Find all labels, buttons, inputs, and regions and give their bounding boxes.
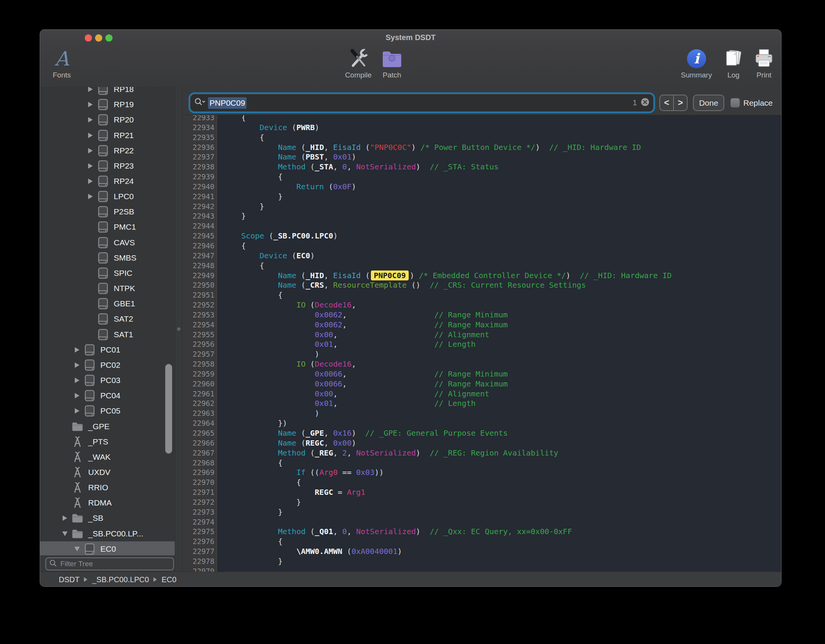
pane-splitter[interactable] (175, 87, 182, 572)
sidebar-item-SMBS[interactable]: SMBS (40, 250, 175, 266)
device-icon (97, 267, 109, 279)
code-line: 22967 Method (_REG, 2, NotSerialized) //… (182, 448, 781, 458)
sidebar-item-RP21[interactable]: RP21 (40, 127, 175, 143)
sidebar-item-LPC0[interactable]: LPC0 (40, 189, 175, 204)
find-query-text[interactable]: PNP0C09 (208, 97, 247, 109)
splitter-handle-dot[interactable] (177, 327, 180, 331)
filter-field[interactable] (45, 557, 174, 570)
sidebar-item-_PTS[interactable]: _PTS (40, 434, 175, 449)
sidebar-item-PC01[interactable]: PC01 (40, 342, 175, 357)
breadcrumb-item[interactable]: EC0 (161, 575, 176, 584)
toolbar-item-patch[interactable]: ⚙Patch (381, 47, 403, 79)
compile-icon[interactable] (345, 47, 372, 70)
sidebar-item-P2SB[interactable]: P2SB (40, 204, 175, 219)
clear-search-icon[interactable] (641, 98, 649, 108)
summary-icon[interactable]: i (681, 47, 712, 70)
find-previous-button[interactable]: < (660, 95, 674, 110)
breadcrumb-item[interactable]: DSDT (59, 575, 79, 584)
device-icon (97, 145, 109, 156)
sidebar-item-PMC1[interactable]: PMC1 (40, 219, 175, 235)
sidebar-item-PC03[interactable]: PC03 (40, 373, 175, 388)
filter-tree-input[interactable] (60, 559, 170, 568)
fonts-icon[interactable]: A (53, 47, 71, 70)
sidebar-item-RRIO[interactable]: RRIO (40, 480, 175, 495)
code-editor[interactable]: 22933 {22934 Device (PWRB)22935 {22936 N… (182, 115, 781, 572)
replace-checkbox[interactable] (730, 98, 740, 108)
code-line: 22933 { (182, 115, 781, 123)
code-line: 22979 (182, 567, 781, 572)
toolbar-item-log[interactable]: Log (723, 47, 744, 79)
sidebar-item-PC04[interactable]: PC04 (40, 388, 175, 403)
done-button[interactable]: Done (693, 95, 724, 111)
chevron-right-icon[interactable] (87, 194, 94, 199)
sidebar-item-PC05[interactable]: PC05 (40, 403, 175, 419)
sidebar-item-_GPE[interactable]: _GPE (40, 419, 175, 434)
sidebar-item-_WAK[interactable]: _WAK (40, 449, 175, 465)
toolbar-item-print[interactable]: Print (753, 47, 775, 79)
sidebar-item-label: UXDV (88, 468, 110, 477)
sidebar-item-RP20[interactable]: RP20 (40, 112, 175, 127)
line-number: 22948 (182, 261, 217, 271)
code-text: Name (_HID, EisaId ("PNP0C0C") /* Power … (217, 143, 641, 153)
line-number: 22956 (182, 340, 217, 349)
sidebar-item-RP23[interactable]: RP23 (40, 158, 175, 174)
chevron-right-icon[interactable] (74, 362, 81, 368)
code-text: Name (_HID, EisaId (PNP0C09) /* Embedded… (217, 271, 672, 281)
chevron-right-icon[interactable] (87, 148, 94, 153)
sidebar-item-RDMA[interactable]: RDMA (40, 495, 175, 510)
chevron-right-icon[interactable] (74, 347, 81, 353)
search-icon[interactable] (194, 97, 206, 109)
chevron-right-icon[interactable] (87, 117, 94, 122)
sidebar-item-PC02[interactable]: PC02 (40, 357, 175, 373)
device-icon (97, 329, 109, 340)
chevron-down-icon[interactable] (74, 547, 81, 551)
chevron-right-icon[interactable] (87, 102, 94, 107)
chevron-down-icon[interactable] (61, 531, 68, 536)
titlebar[interactable]: System DSDT (40, 30, 781, 47)
code-text: { (217, 537, 283, 547)
sidebar-item-RP19[interactable]: RP19 (40, 97, 175, 112)
sidebar-item-NTPK[interactable]: NTPK (40, 281, 175, 296)
sidebar-item-EC0[interactable]: EC0 (40, 541, 175, 555)
code-text (217, 221, 223, 231)
sidebar-item-SPIC[interactable]: SPIC (40, 266, 175, 281)
sidebar-item-label: _SB (88, 514, 103, 523)
replace-checkbox-label[interactable]: Replace (743, 98, 773, 108)
breadcrumb-item[interactable]: _SB.PC00.LPC0 (92, 575, 149, 584)
sidebar-item-CAVS[interactable]: CAVS (40, 235, 175, 250)
sidebar-item-SAT1[interactable]: SAT1 (40, 327, 175, 342)
sidebar-scrollbar[interactable] (165, 364, 172, 454)
sidebar-item-_SB[interactable]: _SB (40, 510, 175, 526)
chevron-right-icon[interactable] (74, 378, 81, 383)
code-line: 22954 0x0062, // Range Maximum (182, 320, 781, 330)
find-field[interactable]: PNP0C09 1 (190, 94, 654, 112)
sidebar-item-GBE1[interactable]: GBE1 (40, 296, 175, 311)
code-line: 22936 Name (_HID, EisaId ("PNP0C0C") /* … (182, 143, 781, 153)
sidebar-item-SAT2[interactable]: SAT2 (40, 311, 175, 327)
chevron-right-icon[interactable] (74, 408, 81, 414)
line-number: 22936 (182, 143, 217, 153)
sidebar-tree[interactable]: RP18RP19RP20RP21RP22RP23RP24LPC0P2SBPMC1… (40, 87, 175, 555)
line-number: 22960 (182, 379, 217, 389)
sidebar-item-_SBPC00LP[interactable]: _SB.PC00.LP... (40, 526, 175, 541)
sidebar-item-RP24[interactable]: RP24 (40, 174, 175, 189)
patch-icon[interactable]: ⚙ (381, 47, 403, 70)
toolbar-item-summary[interactable]: iSummary (681, 47, 712, 79)
chevron-right-icon[interactable] (87, 87, 94, 92)
sidebar-item-UXDV[interactable]: UXDV (40, 465, 175, 480)
code-line: 22934 Device (PWRB) (182, 123, 781, 133)
code-line: 22968 { (182, 458, 781, 468)
chevron-right-icon[interactable] (87, 179, 94, 184)
sidebar-item-label: PMC1 (114, 222, 136, 232)
toolbar-item-fonts[interactable]: AFonts (53, 47, 71, 79)
print-icon[interactable] (753, 47, 775, 70)
sidebar-item-RP18[interactable]: RP18 (40, 87, 175, 97)
sidebar-item-RP22[interactable]: RP22 (40, 143, 175, 158)
log-icon[interactable] (723, 47, 744, 70)
toolbar-item-compile[interactable]: Compile (345, 47, 372, 79)
chevron-right-icon[interactable] (87, 163, 94, 169)
chevron-right-icon[interactable] (61, 515, 68, 521)
chevron-right-icon[interactable] (87, 133, 94, 138)
find-next-button[interactable]: > (674, 95, 687, 110)
chevron-right-icon[interactable] (74, 393, 81, 398)
